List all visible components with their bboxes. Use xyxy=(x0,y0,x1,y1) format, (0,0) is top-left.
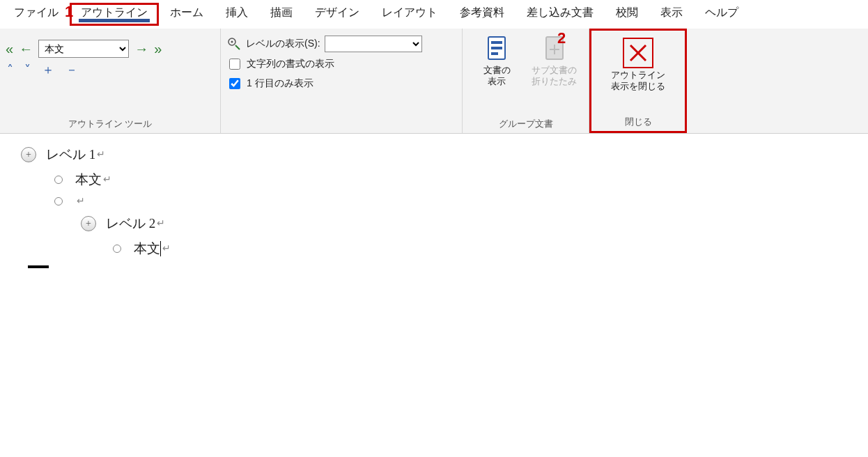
collapse-icon[interactable]: － xyxy=(65,63,78,76)
menu-mailings[interactable]: 差し込み文書 xyxy=(516,3,605,26)
outline-expand-handle-icon[interactable]: + xyxy=(21,147,36,162)
svg-point-1 xyxy=(231,41,233,43)
outline-body-bullet-icon[interactable] xyxy=(113,245,121,253)
outline-heading-2[interactable]: + レベル 2 ↵ xyxy=(21,211,868,236)
show-level-label: レベルの表示(S): xyxy=(246,38,320,50)
selection-marker xyxy=(28,265,49,268)
menu-outline[interactable]: アウトライン xyxy=(70,3,159,26)
group-close: アウトライン表示を閉じる 閉じる xyxy=(589,29,687,133)
svg-rect-4 xyxy=(491,41,502,44)
menu-draw[interactable]: 描画 xyxy=(259,3,304,26)
outline-expand-handle-icon[interactable]: + xyxy=(81,216,96,231)
move-down-icon[interactable]: ˅ xyxy=(24,63,31,76)
promote-icon[interactable]: ← xyxy=(19,42,33,56)
show-document-icon xyxy=(483,36,511,63)
promote-to-heading1-icon[interactable]: « xyxy=(6,42,13,56)
menu-file[interactable]: ファイル xyxy=(3,3,70,26)
ribbon: « ← 本文 → » ˄ ˅ ＋ － アウトライン ツール xyxy=(0,29,868,134)
svg-line-2 xyxy=(235,45,240,49)
group-label-master: グループ文書 xyxy=(468,116,583,133)
paragraph-mark-icon: ↵ xyxy=(162,240,171,258)
show-text-formatting-label: 文字列の書式の表示 xyxy=(247,58,334,70)
menu-design[interactable]: デザイン xyxy=(304,3,371,26)
menu-insert[interactable]: 挿入 xyxy=(215,3,259,26)
menubar: ファイル アウトライン ホーム 挿入 描画 デザイン レイアウト 参考資料 差し… xyxy=(0,0,868,29)
demote-to-body-icon[interactable]: » xyxy=(154,42,162,56)
paragraph-mark-icon: ↵ xyxy=(103,171,111,189)
outline-body-bullet-icon[interactable] xyxy=(54,176,63,184)
close-outline-view-button[interactable]: アウトライン表示を閉じる xyxy=(599,33,677,93)
collapse-subdocuments-button: サブ文書の折りたたみ xyxy=(526,31,584,88)
expand-icon[interactable]: ＋ xyxy=(42,63,54,76)
outline-body-row[interactable]: 本文 ↵ xyxy=(21,167,868,192)
menu-home[interactable]: ホーム xyxy=(159,3,215,26)
document-area[interactable]: + レベル 1 ↵ 本文 ↵ ↵ + レベル 2 ↵ 本文 ↵ xyxy=(0,134,868,268)
outline-heading-1-text[interactable]: レベル 1 xyxy=(46,142,95,167)
show-text-formatting-checkbox[interactable] xyxy=(229,59,240,70)
menu-references[interactable]: 参考資料 xyxy=(449,3,516,26)
show-document-button[interactable]: 文書の表示 xyxy=(468,31,526,88)
outline-body-text[interactable]: 本文 xyxy=(134,236,160,261)
text-cursor xyxy=(160,241,161,256)
demote-icon[interactable]: → xyxy=(134,42,148,56)
paragraph-mark-icon: ↵ xyxy=(77,192,85,211)
group-outline-show: レベルの表示(S): 文字列の書式の表示 1 行目のみ表示 xyxy=(221,29,463,133)
show-level-icon xyxy=(226,36,242,52)
outline-body-row[interactable]: ↵ xyxy=(21,192,868,211)
move-up-icon[interactable]: ˄ xyxy=(7,63,13,76)
outline-heading-2-text[interactable]: レベル 2 xyxy=(106,211,155,236)
svg-rect-6 xyxy=(491,52,498,55)
outline-body-bullet-icon[interactable] xyxy=(54,197,63,206)
outline-body-text[interactable]: 本文 xyxy=(75,167,102,192)
show-first-line-only[interactable]: 1 行目のみ表示 xyxy=(226,76,422,91)
close-icon xyxy=(623,38,653,68)
outline-heading-1[interactable]: + レベル 1 ↵ xyxy=(21,142,868,167)
svg-rect-5 xyxy=(491,47,502,49)
menu-layout[interactable]: レイアウト xyxy=(371,3,449,26)
outline-body-row[interactable]: 本文 ↵ xyxy=(21,236,868,261)
group-label-outline-tools: アウトライン ツール xyxy=(6,116,215,133)
outline-level-select[interactable]: 本文 xyxy=(38,40,129,58)
show-first-line-only-checkbox[interactable] xyxy=(229,78,240,89)
menu-review[interactable]: 校閲 xyxy=(605,3,649,26)
annotation-2: 2 xyxy=(557,29,566,47)
show-text-formatting[interactable]: 文字列の書式の表示 xyxy=(226,56,422,72)
menu-help[interactable]: ヘルプ xyxy=(694,3,750,26)
group-outline-tools: « ← 本文 → » ˄ ˅ ＋ － アウトライン ツール xyxy=(0,29,221,133)
menu-view[interactable]: 表示 xyxy=(649,3,694,26)
group-label-show xyxy=(226,129,456,133)
paragraph-mark-icon: ↵ xyxy=(97,146,105,164)
group-master-document: 文書の表示 サブ文書の折りたたみ グループ文書 xyxy=(463,29,589,133)
show-first-line-only-label: 1 行目のみ表示 xyxy=(247,77,313,90)
group-label-close: 閉じる xyxy=(597,114,679,131)
show-level-select[interactable] xyxy=(325,36,422,52)
paragraph-mark-icon: ↵ xyxy=(157,215,165,233)
